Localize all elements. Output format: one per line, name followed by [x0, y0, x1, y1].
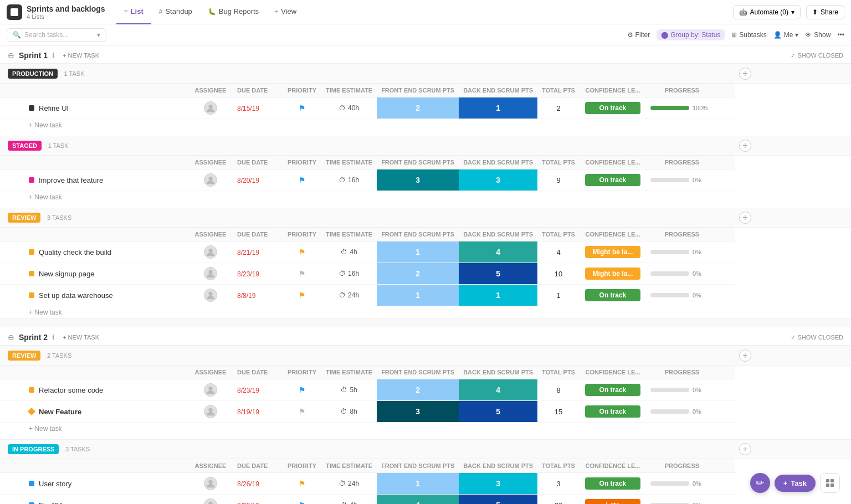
search-box[interactable]: 🔍 Search tasks... ▾	[7, 28, 106, 42]
review2-header: ASSIGNEE DUE DATE PRIORITY TIME ESTIMATE…	[0, 366, 851, 379]
task-name[interactable]: Set up data warehouse	[39, 291, 113, 300]
review-new-task-row[interactable]: + New task	[0, 306, 851, 319]
toolbar-right: ⚙ Filter ⬤ Group by: Status ⊞ Subtasks 👤…	[627, 29, 844, 40]
svg-point-5	[208, 387, 212, 390]
avatar[interactable]	[204, 289, 217, 302]
grid-icon	[826, 479, 834, 487]
svg-rect-12	[831, 484, 834, 487]
sprint-1-info-icon[interactable]: ℹ	[52, 52, 55, 59]
sprint-2-header: ⊖ Sprint 2 ℹ + NEW TASK ✓ SHOW CLOSED	[0, 327, 851, 346]
production-new-task-row[interactable]: + New task	[0, 119, 851, 132]
th-total: TOTAL PTS	[537, 84, 580, 97]
svg-point-7	[208, 480, 212, 484]
avatar[interactable]	[204, 498, 217, 504]
subtasks-button[interactable]: ⊞ Subtasks	[731, 31, 766, 39]
svg-point-3	[208, 270, 212, 274]
task-name[interactable]: New signup page	[39, 270, 94, 278]
task-name[interactable]: Refine UI	[39, 104, 69, 112]
time-cell: ⏱40h	[321, 97, 377, 119]
task-color-dot	[29, 249, 34, 255]
task-color-dot	[29, 292, 34, 298]
due-date: 8/23/19	[237, 387, 259, 394]
staged-add-btn[interactable]: +	[739, 140, 751, 152]
share-button[interactable]: ⬆ Share	[806, 5, 844, 19]
confidence-badge: Late	[585, 499, 640, 504]
table-row: Fix 404 error 8/25/19 ⚑ ⏱4h 4 5 20 Late …	[0, 495, 851, 505]
subtasks-icon: ⊞	[731, 31, 737, 39]
task-name[interactable]: Fix 404 error	[39, 501, 80, 505]
avatar[interactable]	[204, 267, 217, 280]
priority-flag: ⚑	[299, 479, 306, 488]
review-add-btn[interactable]: +	[739, 212, 751, 224]
automate-button[interactable]: 🤖 Automate (0) ▾	[733, 5, 801, 19]
table-row: Set up data warehouse 8/8/19 ⚑ ⏱24h 1 1 …	[0, 285, 851, 306]
front-pts-cell: 2	[377, 97, 459, 119]
task-name[interactable]: New Feature	[39, 408, 81, 416]
svg-rect-11	[826, 484, 829, 487]
sprint-1-toggle[interactable]: ⊖	[8, 51, 14, 60]
sprint-1-new-task[interactable]: + NEW TASK	[59, 51, 102, 60]
svg-rect-10	[831, 479, 834, 482]
priority-flag: ⚑	[299, 385, 306, 394]
automate-icon: 🤖	[739, 8, 747, 16]
tab-bug-reports[interactable]: 🐛 Bug Reports	[200, 0, 266, 24]
avatar[interactable]	[204, 245, 217, 259]
task-name[interactable]: Refactor some code	[39, 386, 103, 394]
confidence-cell: On track	[580, 97, 646, 119]
staged-new-task-row[interactable]: + New task	[0, 191, 851, 204]
th-due-date: DUE DATE	[233, 84, 283, 97]
staged-task-count: 1 TASK	[48, 142, 69, 149]
search-chevron-icon: ▾	[97, 31, 100, 39]
priority-flag: ⚑	[299, 501, 306, 504]
production-add-btn[interactable]: +	[739, 68, 751, 80]
edit-fab-button[interactable]: ✏	[750, 473, 770, 493]
workspace-sub: 4 Lists	[27, 13, 105, 20]
me-button[interactable]: 👤 Me ▾	[773, 31, 799, 39]
avatar[interactable]	[204, 101, 217, 115]
svg-point-0	[208, 105, 212, 109]
review-table: REVIEW 3 TASKS + ASSIGNEE DUE DATE PRIOR…	[0, 208, 851, 318]
tab-list[interactable]: ≡ List	[116, 0, 151, 24]
table-row: New Feature 8/19/19 ⚑ ⏱8h 3 5 15 On trac…	[0, 401, 851, 423]
table-row: New signup page 8/23/19 ⚑ ⏱16h 2 5 10 Mi…	[0, 263, 851, 285]
progress-text: 100%	[693, 105, 708, 111]
progress-cell: 100%	[646, 97, 718, 119]
priority-flag: ⚑	[299, 291, 306, 300]
review2-add-btn[interactable]: +	[739, 349, 751, 362]
due-date-cell: 8/15/19	[233, 97, 283, 119]
avatar[interactable]	[204, 173, 217, 187]
total-pts-cell: 2	[537, 97, 580, 119]
filter-button[interactable]: ⚙ Filter	[627, 31, 650, 39]
svg-rect-9	[826, 479, 829, 482]
tab-view[interactable]: + View	[266, 0, 304, 24]
more-icon: •••	[837, 31, 844, 39]
sprint-2-toggle[interactable]: ⊖	[8, 333, 14, 342]
priority-flag: ⚑	[299, 104, 306, 112]
inprogress-add-btn[interactable]: +	[739, 443, 751, 455]
new-task-fab-button[interactable]: + Task	[775, 475, 816, 492]
avatar[interactable]	[204, 405, 217, 418]
top-nav: Sprints and backlogs 4 Lists ≡ List # St…	[0, 0, 851, 24]
task-name[interactable]: Quality check the build	[39, 248, 111, 256]
confidence-badge: On track	[585, 289, 640, 301]
show-icon: 👁	[805, 31, 812, 39]
sprint-1-show-closed[interactable]: ✓ SHOW CLOSED	[791, 52, 843, 59]
avatar[interactable]	[204, 477, 217, 490]
group-by-button[interactable]: ⬤ Group by: Status	[657, 29, 725, 40]
sprint-2-show-closed[interactable]: ✓ SHOW CLOSED	[791, 334, 843, 341]
sprint-2-info-icon[interactable]: ℹ	[52, 333, 55, 341]
grid-fab-button[interactable]	[820, 473, 840, 493]
avatar[interactable]	[204, 383, 217, 397]
show-button[interactable]: 👁 Show	[805, 31, 831, 39]
production-table: PRODUCTION 1 TASK + ASSIGNEE DUE DATE PR…	[0, 64, 851, 131]
more-options-button[interactable]: •••	[837, 31, 844, 39]
task-name[interactable]: Improve that feature	[39, 176, 103, 184]
due-date: 8/23/19	[237, 270, 259, 278]
review2-new-task-row[interactable]: + New task	[0, 423, 851, 435]
task-name[interactable]: User story	[39, 480, 71, 488]
tab-standup[interactable]: # Standup	[151, 0, 200, 24]
sprint-2-new-task[interactable]: + NEW TASK	[59, 333, 102, 342]
inprogress-task-count: 3 TASKS	[65, 446, 90, 452]
staged-badge: STAGED	[8, 141, 42, 151]
priority-cell: ⚑	[283, 97, 321, 119]
